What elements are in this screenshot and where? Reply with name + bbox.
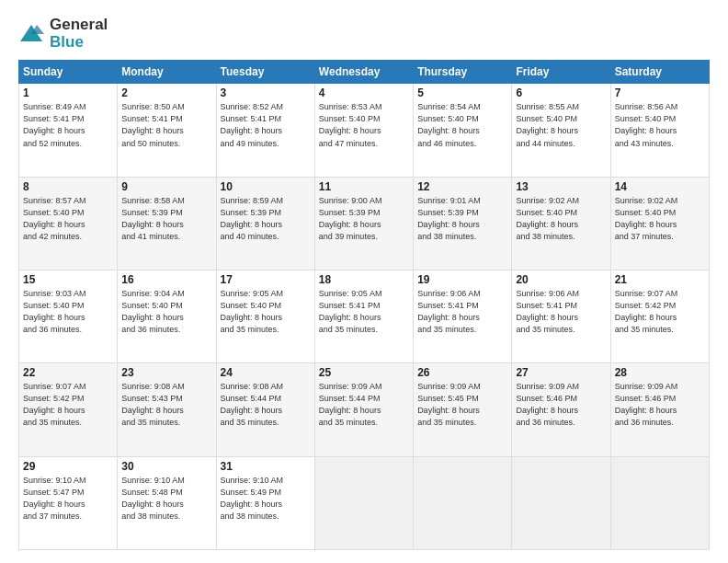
day-info: Sunrise: 9:08 AM Sunset: 5:44 PM Dayligh… bbox=[221, 381, 311, 429]
logo: General Blue bbox=[18, 17, 108, 51]
day-number: 30 bbox=[121, 460, 211, 473]
day-cell: 4Sunrise: 8:53 AM Sunset: 5:40 PM Daylig… bbox=[314, 84, 413, 177]
day-number: 25 bbox=[319, 366, 409, 379]
day-info: Sunrise: 9:05 AM Sunset: 5:41 PM Dayligh… bbox=[319, 288, 409, 336]
day-number: 20 bbox=[516, 273, 606, 286]
day-cell bbox=[314, 456, 413, 549]
day-cell: 3Sunrise: 8:52 AM Sunset: 5:41 PM Daylig… bbox=[216, 84, 314, 177]
day-cell: 1Sunrise: 8:49 AM Sunset: 5:41 PM Daylig… bbox=[19, 84, 118, 177]
day-info: Sunrise: 9:06 AM Sunset: 5:41 PM Dayligh… bbox=[417, 288, 507, 336]
day-number: 5 bbox=[417, 86, 507, 99]
day-cell: 25Sunrise: 9:09 AM Sunset: 5:44 PM Dayli… bbox=[314, 363, 413, 456]
logo-icon bbox=[18, 21, 44, 47]
day-cell: 5Sunrise: 8:54 AM Sunset: 5:40 PM Daylig… bbox=[414, 84, 512, 177]
day-info: Sunrise: 8:55 AM Sunset: 5:40 PM Dayligh… bbox=[516, 101, 606, 149]
day-info: Sunrise: 9:06 AM Sunset: 5:41 PM Dayligh… bbox=[516, 288, 606, 336]
day-number: 28 bbox=[615, 366, 705, 379]
day-cell: 7Sunrise: 8:56 AM Sunset: 5:40 PM Daylig… bbox=[610, 84, 709, 177]
day-number: 4 bbox=[319, 86, 409, 99]
day-cell: 15Sunrise: 9:03 AM Sunset: 5:40 PM Dayli… bbox=[19, 270, 118, 363]
calendar-table: Sunday Monday Tuesday Wednesday Thursday… bbox=[18, 60, 710, 550]
day-number: 9 bbox=[121, 180, 211, 193]
day-info: Sunrise: 9:08 AM Sunset: 5:43 PM Dayligh… bbox=[121, 381, 211, 429]
day-cell: 22Sunrise: 9:07 AM Sunset: 5:42 PM Dayli… bbox=[19, 363, 118, 456]
day-number: 2 bbox=[121, 86, 211, 99]
day-number: 24 bbox=[221, 366, 311, 379]
day-info: Sunrise: 9:05 AM Sunset: 5:40 PM Dayligh… bbox=[221, 288, 311, 336]
day-info: Sunrise: 8:57 AM Sunset: 5:40 PM Dayligh… bbox=[23, 195, 113, 243]
col-friday: Friday bbox=[512, 61, 610, 84]
week-row-2: 8Sunrise: 8:57 AM Sunset: 5:40 PM Daylig… bbox=[19, 177, 710, 270]
day-number: 22 bbox=[23, 366, 113, 379]
day-cell: 11Sunrise: 9:00 AM Sunset: 5:39 PM Dayli… bbox=[314, 177, 413, 270]
day-number: 23 bbox=[121, 366, 211, 379]
day-cell bbox=[512, 456, 610, 549]
day-cell: 17Sunrise: 9:05 AM Sunset: 5:40 PM Dayli… bbox=[216, 270, 314, 363]
col-wednesday: Wednesday bbox=[314, 61, 413, 84]
day-cell: 21Sunrise: 9:07 AM Sunset: 5:42 PM Dayli… bbox=[610, 270, 709, 363]
day-cell: 10Sunrise: 8:59 AM Sunset: 5:39 PM Dayli… bbox=[216, 177, 314, 270]
day-info: Sunrise: 9:03 AM Sunset: 5:40 PM Dayligh… bbox=[23, 288, 113, 336]
col-tuesday: Tuesday bbox=[216, 61, 314, 84]
day-info: Sunrise: 8:54 AM Sunset: 5:40 PM Dayligh… bbox=[417, 101, 507, 149]
col-saturday: Saturday bbox=[610, 61, 709, 84]
day-number: 13 bbox=[516, 180, 606, 193]
day-cell: 2Sunrise: 8:50 AM Sunset: 5:41 PM Daylig… bbox=[118, 84, 216, 177]
day-cell: 20Sunrise: 9:06 AM Sunset: 5:41 PM Dayli… bbox=[512, 270, 610, 363]
day-info: Sunrise: 9:09 AM Sunset: 5:44 PM Dayligh… bbox=[319, 381, 409, 429]
day-number: 14 bbox=[615, 180, 705, 193]
day-info: Sunrise: 8:50 AM Sunset: 5:41 PM Dayligh… bbox=[121, 101, 211, 149]
week-row-3: 15Sunrise: 9:03 AM Sunset: 5:40 PM Dayli… bbox=[19, 270, 710, 363]
day-cell: 14Sunrise: 9:02 AM Sunset: 5:40 PM Dayli… bbox=[610, 177, 709, 270]
day-info: Sunrise: 9:02 AM Sunset: 5:40 PM Dayligh… bbox=[516, 195, 606, 243]
day-info: Sunrise: 9:10 AM Sunset: 5:48 PM Dayligh… bbox=[121, 475, 211, 523]
week-row-1: 1Sunrise: 8:49 AM Sunset: 5:41 PM Daylig… bbox=[19, 84, 710, 177]
day-info: Sunrise: 9:09 AM Sunset: 5:46 PM Dayligh… bbox=[615, 381, 705, 429]
day-cell: 19Sunrise: 9:06 AM Sunset: 5:41 PM Dayli… bbox=[414, 270, 512, 363]
day-cell: 31Sunrise: 9:10 AM Sunset: 5:49 PM Dayli… bbox=[216, 456, 314, 549]
week-row-4: 22Sunrise: 9:07 AM Sunset: 5:42 PM Dayli… bbox=[19, 363, 710, 456]
day-cell: 23Sunrise: 9:08 AM Sunset: 5:43 PM Dayli… bbox=[118, 363, 216, 456]
day-number: 31 bbox=[221, 460, 311, 473]
day-info: Sunrise: 8:59 AM Sunset: 5:39 PM Dayligh… bbox=[221, 195, 311, 243]
day-number: 26 bbox=[417, 366, 507, 379]
day-info: Sunrise: 8:58 AM Sunset: 5:39 PM Dayligh… bbox=[121, 195, 211, 243]
day-cell: 26Sunrise: 9:09 AM Sunset: 5:45 PM Dayli… bbox=[414, 363, 512, 456]
day-cell: 13Sunrise: 9:02 AM Sunset: 5:40 PM Dayli… bbox=[512, 177, 610, 270]
day-info: Sunrise: 9:01 AM Sunset: 5:39 PM Dayligh… bbox=[417, 195, 507, 243]
day-info: Sunrise: 9:10 AM Sunset: 5:49 PM Dayligh… bbox=[221, 475, 311, 523]
week-row-5: 29Sunrise: 9:10 AM Sunset: 5:47 PM Dayli… bbox=[19, 456, 710, 549]
day-number: 27 bbox=[516, 366, 606, 379]
day-cell: 29Sunrise: 9:10 AM Sunset: 5:47 PM Dayli… bbox=[19, 456, 118, 549]
day-number: 7 bbox=[615, 86, 705, 99]
col-monday: Monday bbox=[118, 61, 216, 84]
day-number: 6 bbox=[516, 86, 606, 99]
day-cell: 24Sunrise: 9:08 AM Sunset: 5:44 PM Dayli… bbox=[216, 363, 314, 456]
day-info: Sunrise: 9:00 AM Sunset: 5:39 PM Dayligh… bbox=[319, 195, 409, 243]
day-info: Sunrise: 8:49 AM Sunset: 5:41 PM Dayligh… bbox=[23, 101, 113, 149]
day-number: 3 bbox=[221, 86, 311, 99]
col-sunday: Sunday bbox=[19, 61, 118, 84]
day-cell: 6Sunrise: 8:55 AM Sunset: 5:40 PM Daylig… bbox=[512, 84, 610, 177]
day-number: 8 bbox=[23, 180, 113, 193]
logo-blue: Blue bbox=[50, 34, 108, 52]
header: General Blue bbox=[18, 17, 710, 51]
day-cell: 30Sunrise: 9:10 AM Sunset: 5:48 PM Dayli… bbox=[118, 456, 216, 549]
day-cell: 27Sunrise: 9:09 AM Sunset: 5:46 PM Dayli… bbox=[512, 363, 610, 456]
calendar-page: General Blue Sunday Monday Tuesday Wedne… bbox=[0, 0, 728, 563]
day-cell: 28Sunrise: 9:09 AM Sunset: 5:46 PM Dayli… bbox=[610, 363, 709, 456]
day-number: 18 bbox=[319, 273, 409, 286]
day-info: Sunrise: 9:07 AM Sunset: 5:42 PM Dayligh… bbox=[23, 381, 113, 429]
day-number: 11 bbox=[319, 180, 409, 193]
header-row: Sunday Monday Tuesday Wednesday Thursday… bbox=[19, 61, 710, 84]
col-thursday: Thursday bbox=[414, 61, 512, 84]
day-number: 19 bbox=[417, 273, 507, 286]
day-cell: 18Sunrise: 9:05 AM Sunset: 5:41 PM Dayli… bbox=[314, 270, 413, 363]
day-cell: 12Sunrise: 9:01 AM Sunset: 5:39 PM Dayli… bbox=[414, 177, 512, 270]
day-info: Sunrise: 8:52 AM Sunset: 5:41 PM Dayligh… bbox=[221, 101, 311, 149]
day-cell: 16Sunrise: 9:04 AM Sunset: 5:40 PM Dayli… bbox=[118, 270, 216, 363]
day-number: 16 bbox=[121, 273, 211, 286]
day-number: 17 bbox=[221, 273, 311, 286]
day-number: 29 bbox=[23, 460, 113, 473]
day-number: 15 bbox=[23, 273, 113, 286]
